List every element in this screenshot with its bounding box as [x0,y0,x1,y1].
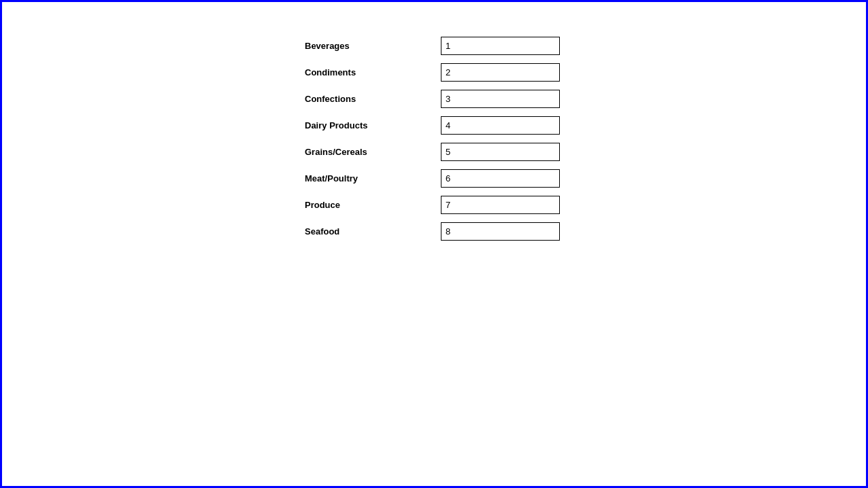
category-label-4: Dairy Products [305,112,441,139]
category-input-cell-8 [441,218,563,245]
category-label-3: Confections [305,86,441,112]
category-input-cell-6 [441,165,563,192]
category-label-2: Condiments [305,59,441,86]
category-input-5[interactable] [441,143,560,161]
category-input-2[interactable] [441,63,560,82]
category-input-cell-1 [441,33,563,59]
category-label-5: Grains/Cereals [305,139,441,165]
category-input-cell-5 [441,139,563,165]
category-input-cell-3 [441,86,563,112]
form-table: BeveragesCondimentsConfectionsDairy Prod… [305,33,563,245]
category-input-7[interactable] [441,196,560,214]
category-label-7: Produce [305,192,441,218]
category-input-cell-2 [441,59,563,86]
category-input-8[interactable] [441,222,560,241]
category-input-3[interactable] [441,90,560,108]
category-label-1: Beverages [305,33,441,59]
category-input-4[interactable] [441,116,560,135]
category-label-8: Seafood [305,218,441,245]
category-input-cell-4 [441,112,563,139]
main-container: BeveragesCondimentsConfectionsDairy Prod… [2,2,866,245]
category-input-cell-7 [441,192,563,218]
category-label-6: Meat/Poultry [305,165,441,192]
category-input-6[interactable] [441,169,560,188]
category-input-1[interactable] [441,37,560,55]
